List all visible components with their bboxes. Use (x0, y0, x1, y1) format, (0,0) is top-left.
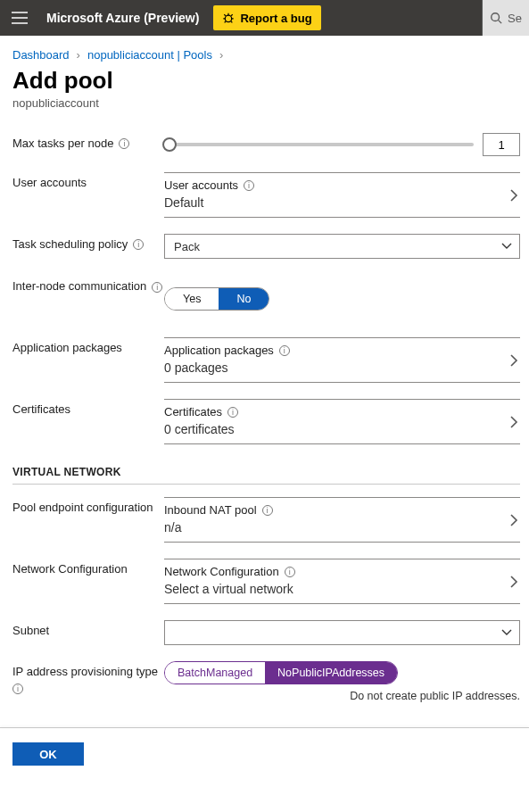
top-bar: Microsoft Azure (Preview) Report a bug S… (0, 0, 529, 36)
network-config-card[interactable]: Network Configuration i Select a virtual… (164, 559, 520, 604)
chevron-down-icon (501, 629, 512, 636)
svg-point-1 (492, 13, 500, 21)
max-tasks-label: Max tasks per node (12, 137, 113, 150)
certificates-card[interactable]: Certificates i 0 certificates (164, 400, 520, 444)
application-packages-card[interactable]: Application packages i 0 packages (164, 338, 520, 383)
info-icon[interactable]: i (279, 345, 290, 356)
virtual-network-section-header: VIRTUAL NETWORK (12, 466, 520, 478)
chevron-right-icon (509, 514, 518, 526)
divider (0, 727, 529, 728)
slider-knob[interactable] (162, 137, 177, 152)
ip-provisioning-label: IP address provisioning type (12, 665, 158, 678)
task-scheduling-value: Pack (174, 240, 200, 253)
search-icon (490, 12, 502, 24)
ip-opt-nopublicip[interactable]: NoPublicIPAddresses (265, 662, 397, 684)
crumb-dashboard[interactable]: Dashboard (12, 48, 70, 62)
certificates-label: Certificates (12, 402, 70, 416)
ip-provisioning-hint: Do not create public IP addresses. (164, 690, 520, 702)
chevron-right-icon: › (77, 48, 80, 62)
application-packages-label: Application packages (12, 341, 122, 354)
info-icon[interactable]: i (12, 684, 23, 694)
chevron-right-icon (509, 576, 518, 588)
task-scheduling-label: Task scheduling policy (12, 237, 128, 251)
user-accounts-card-title: User accounts (164, 178, 238, 192)
chevron-down-icon (501, 243, 512, 250)
svg-point-0 (226, 15, 232, 21)
info-icon[interactable]: i (285, 567, 295, 577)
breadcrumb: Dashboard › nopubliciaccount | Pools › (12, 48, 520, 62)
certificates-card-title: Certificates (164, 405, 222, 418)
ip-opt-batchmanaged[interactable]: BatchManaged (165, 662, 265, 684)
brand-title: Microsoft Azure (Preview) (39, 11, 206, 25)
task-scheduling-select[interactable]: Pack (164, 234, 520, 259)
inbound-nat-title: Inbound NAT pool (164, 503, 257, 517)
inter-node-yes[interactable]: Yes (165, 288, 219, 310)
info-icon[interactable]: i (133, 239, 144, 250)
network-config-value: Select a virtual network (164, 582, 520, 596)
chevron-right-icon: › (219, 48, 223, 62)
hamburger-menu[interactable] (0, 0, 39, 36)
chevron-right-icon (509, 354, 518, 367)
divider (12, 484, 520, 485)
user-accounts-value: Default (164, 195, 520, 210)
inter-node-no[interactable]: No (219, 288, 269, 310)
user-accounts-card[interactable]: User accounts i Default (164, 173, 520, 218)
ip-provisioning-toggle: BatchManaged NoPublicIPAddresses (164, 661, 398, 684)
search-placeholder: Se (508, 12, 522, 25)
report-bug-label: Report a bug (240, 12, 311, 25)
info-icon[interactable]: i (244, 180, 254, 191)
page-subtitle: nopubliciaccount (12, 96, 520, 110)
global-search[interactable]: Se (482, 0, 529, 36)
pool-endpoint-label: Pool endpoint configuration (12, 501, 153, 514)
add-pool-form: Max tasks per node i User accounts User … (12, 133, 520, 702)
hamburger-icon (12, 12, 28, 24)
subnet-select[interactable] (164, 620, 520, 645)
ok-button[interactable]: OK (12, 742, 84, 766)
info-icon[interactable]: i (227, 407, 238, 418)
info-icon[interactable]: i (152, 282, 162, 293)
application-packages-value: 0 packages (164, 360, 520, 375)
info-icon[interactable]: i (119, 138, 129, 149)
page-title: Add pool (12, 67, 520, 95)
network-config-title: Network Configuration (164, 565, 279, 578)
bug-icon (222, 12, 235, 24)
report-bug-button[interactable]: Report a bug (213, 5, 320, 30)
subnet-label: Subnet (12, 624, 49, 637)
inter-node-toggle: Yes No (164, 287, 269, 311)
certificates-value: 0 certificates (164, 422, 520, 436)
inter-node-label: Inter-node communication (12, 279, 146, 293)
chevron-right-icon (509, 416, 518, 428)
user-accounts-label: User accounts (12, 176, 87, 189)
inbound-nat-pool-card[interactable]: Inbound NAT pool i n/a (164, 498, 520, 543)
max-tasks-input[interactable] (483, 133, 520, 156)
max-tasks-slider[interactable] (164, 136, 474, 153)
chevron-right-icon (509, 189, 518, 202)
application-packages-card-title: Application packages (164, 344, 274, 357)
network-config-label: Network Configuration (12, 562, 128, 576)
inbound-nat-value: n/a (164, 520, 520, 534)
crumb-account-pools[interactable]: nopubliciaccount | Pools (87, 48, 212, 62)
info-icon[interactable]: i (262, 505, 273, 516)
